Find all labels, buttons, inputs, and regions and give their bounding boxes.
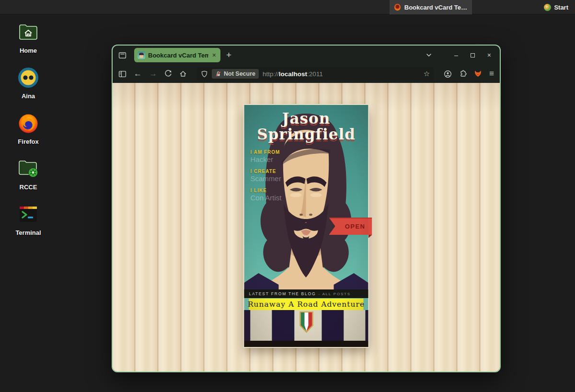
url-text: http://localhost:2011: [263, 70, 323, 78]
desktop-icon-rcce[interactable]: RCCE: [8, 158, 49, 191]
url-port: :2011: [307, 70, 323, 78]
desktop-icon-label: Aina: [22, 92, 35, 100]
ribbon-fold: [368, 235, 372, 238]
home-button[interactable]: [179, 70, 187, 78]
desktop-icon-label: RCCE: [20, 184, 37, 191]
forward-button[interactable]: →: [149, 69, 157, 79]
desktop-icon-firefox[interactable]: Firefox: [8, 112, 49, 145]
security-label: Not Secure: [224, 70, 255, 77]
tab-title: Bookcard vCard Temp: [148, 52, 208, 59]
card-info-item: I LIKE Con Artist: [251, 188, 282, 202]
start-label: Start: [554, 4, 568, 11]
rcce-folder-icon: [17, 158, 39, 180]
tab-list-chevron-icon[interactable]: [426, 52, 432, 58]
fox-extension-icon[interactable]: [474, 70, 482, 78]
firefox-icon: [17, 112, 39, 134]
info-value: Scammer: [251, 174, 282, 183]
system-top-bar: Bookcard vCard Te… Start: [0, 0, 575, 14]
blog-strip: LATEST FROM THE BLOG - ALL POSTS: [244, 289, 368, 298]
new-tab-button[interactable]: +: [226, 50, 231, 60]
close-button[interactable]: ×: [487, 52, 491, 58]
taskbar-active-window[interactable]: Bookcard vCard Te…: [390, 0, 472, 14]
vcard-poster: Jason Springfield I AM FROM Hacker I CRE…: [244, 105, 368, 347]
extensions-icon[interactable]: [459, 70, 467, 78]
desktop-icon-label: Terminal: [15, 229, 41, 236]
url-scheme: http://: [263, 70, 279, 78]
reload-button[interactable]: [164, 70, 172, 78]
url-host: localhost: [279, 70, 307, 78]
blog-headline-text: Runaway A Road Adventure: [248, 300, 365, 309]
taskbar-window-title: Bookcard vCard Te…: [404, 4, 467, 11]
navigation-toolbar: ← → Not Secure http://localhost:2011 ☆: [113, 65, 500, 83]
scudetto-badge: [299, 311, 313, 333]
home-folder-icon: [17, 21, 39, 43]
tab-bar: Bookcard vCard Temp × + – ×: [113, 46, 500, 65]
all-posts-link[interactable]: - ALL POSTS: [318, 292, 351, 296]
info-value: Con Artist: [251, 194, 282, 202]
card-name-line1: Jason: [244, 111, 368, 127]
open-ribbon-button[interactable]: OPEN: [329, 218, 372, 235]
desktop-icon-column: Home Aina: [8, 21, 49, 236]
card-name: Jason Springfield: [244, 111, 368, 142]
card-info-item: I AM FROM Hacker: [251, 150, 282, 163]
security-chip[interactable]: Not Secure: [212, 69, 259, 79]
blog-strip-label: LATEST FROM THE BLOG: [249, 291, 316, 296]
shield-icon[interactable]: [201, 70, 208, 78]
page-content: Jason Springfield I AM FROM Hacker I CRE…: [113, 83, 500, 371]
card-info-list: I AM FROM Hacker I CREATE Scammer I LIKE…: [251, 150, 282, 202]
open-ribbon-label: OPEN: [345, 223, 366, 230]
aina-icon: [17, 67, 39, 89]
terminal-icon: [17, 203, 39, 225]
info-label: I AM FROM: [251, 150, 282, 155]
tab-close-icon[interactable]: ×: [211, 51, 217, 59]
back-button[interactable]: ←: [134, 69, 142, 79]
maximize-button[interactable]: [471, 53, 475, 58]
desktop-icon-label: Home: [20, 47, 37, 54]
start-button[interactable]: Start: [541, 0, 571, 14]
tab-favicon: [138, 51, 145, 59]
info-value: Hacker: [251, 155, 282, 163]
bookmark-star-icon[interactable]: ☆: [424, 69, 430, 78]
account-icon[interactable]: [444, 70, 452, 78]
window-controls: – ×: [426, 52, 491, 58]
firefox-task-icon: [394, 4, 401, 11]
sidebar-toggle-icon[interactable]: [118, 70, 126, 78]
card-bottom-bar: [244, 341, 368, 347]
address-bar[interactable]: Not Secure http://localhost:2011 ☆: [197, 67, 434, 81]
card-name-line2: Springfield: [244, 127, 368, 142]
maximize-icon: [471, 53, 475, 58]
browser-window: Bookcard vCard Temp × + – × ← →: [112, 45, 501, 372]
blog-headline-link[interactable]: Runaway A Road Adventure: [249, 299, 364, 310]
menu-hamburger-icon[interactable]: ≡: [489, 69, 494, 79]
tab-bookcard[interactable]: Bookcard vCard Temp ×: [134, 48, 220, 62]
info-label: I LIKE: [251, 188, 282, 193]
desktop-icon-home[interactable]: Home: [8, 21, 49, 54]
minimize-button[interactable]: –: [454, 52, 458, 58]
start-menu-icon: [544, 4, 551, 11]
card-info-item: I CREATE Scammer: [251, 169, 282, 183]
firefox-view-icon[interactable]: [118, 51, 126, 59]
info-label: I CREATE: [251, 169, 282, 174]
broken-lock-icon: [215, 71, 221, 77]
desktop-icon-aina[interactable]: Aina: [8, 67, 49, 100]
desktop-icon-terminal[interactable]: Terminal: [8, 203, 49, 236]
desktop-icon-label: Firefox: [18, 138, 38, 145]
